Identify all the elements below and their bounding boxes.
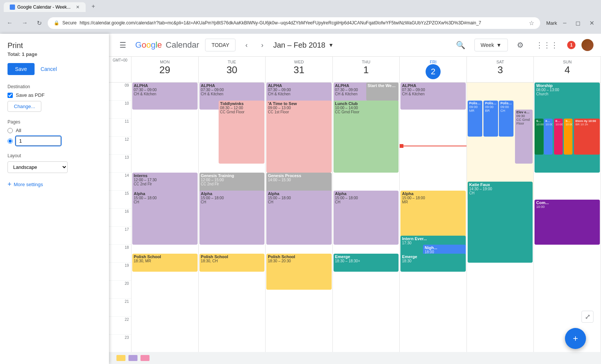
current-time-line [400,146,467,146]
save-as-pdf-row: Save as PDF [8,92,101,98]
save-as-pdf-checkbox[interactable] [8,93,13,98]
event-polish-sat-2[interactable]: Polis Scho... 09:00 BR [483,101,498,137]
event-tiddly-tue[interactable]: Tiddlywinks 08:30 – 12:00 CC Grnd Floor [219,101,264,164]
layout-select[interactable]: Landscape Portrait [8,161,68,173]
address-bar[interactable]: 🔒 Secure https://calendar.google.com/cal… [48,17,540,29]
event-polish-mon[interactable]: Polish School 18:30, MR [132,254,198,272]
notification-badge[interactable]: 1 [567,41,575,49]
event-etern-sun[interactable]: Etern ity 10:00 BR 10 2h [574,119,600,155]
time-slot-21: 21 [109,299,131,317]
view-label: Week [481,42,494,48]
save-button[interactable]: Save [8,63,35,75]
events-area[interactable]: 09 10 11 12 13 14 15 16 17 18 19 20 21 2… [109,83,601,364]
event-alpha-eve-mon[interactable]: Alpha 15:00 – 18:00 CH [132,191,198,245]
more-settings-button[interactable]: + More settings [8,180,101,188]
secure-label: Secure [62,20,77,26]
day-header-sat: SAT 3 [467,57,534,82]
event-lunch-thu[interactable]: Lunch Club 10:00 – 14:00 CC Grnd Floor [334,101,399,173]
day-num-thu: 1 [334,64,398,76]
day-header-sun: SUN 4 [534,57,601,82]
day-name-mon: MON [133,60,197,64]
day-num-fri: 2 [426,64,441,79]
print-panel: Print Total: 1 page Save Cancel Destinat… [0,34,109,364]
event-alpha-eve-thu[interactable]: Alpha 15:00 – 18:00 CH [334,191,399,245]
day-num-wed: 31 [267,64,331,76]
print-title: Print [8,41,101,50]
day-col-mon[interactable]: ALPHA 07:30 – 09:00 CH & Kitchen Interns… [131,83,199,364]
search-button[interactable]: 🔍 [453,38,468,53]
event-polish-wed[interactable]: Polish School 18:30 – 20:30 [266,254,332,290]
event-polish-sat-1[interactable]: Polis Scho... 09:00 MR [468,101,482,137]
event-iio-sun[interactable]: IIO Ch... 10:00 [544,119,553,155]
all-radio-row: All [8,128,101,133]
day-col-sat[interactable]: Polis Scho... 09:00 MR Polis Scho... 09:… [467,83,534,364]
zoom-fullscreen[interactable]: ⤢ [581,311,593,323]
event-elev-sat[interactable]: Elev ense s 09:30 CC Grnd Floor [515,110,533,164]
time-slot-14: 14 [109,173,131,191]
reload-button[interactable]: ↻ [34,18,45,28]
new-tab[interactable]: + [86,1,101,12]
back-button[interactable]: ← [4,18,16,28]
menu-button[interactable]: ☰ [116,38,129,53]
calendar-header: ☰ Google Calendar TODAY ‹ › Jan – Feb 20… [109,34,601,57]
print-total: Total: 1 page [8,51,101,57]
user-avatar[interactable] [581,39,593,51]
close-button[interactable]: ✕ [586,18,597,28]
day-name-tue: TUE [200,60,264,64]
page-number-input[interactable] [16,136,61,146]
logo-g2: g [151,40,156,50]
minimize-button[interactable]: – [560,18,569,28]
custom-radio[interactable] [8,138,13,144]
time-slot-15: 15 [109,191,131,209]
event-alpha-eve-wed[interactable]: Alpha 15:00 – 18:00 CH [266,191,332,245]
add-event-fab[interactable]: + [565,328,586,349]
day-col-thu[interactable]: ALPHA 07:30 – 09:00 CH & Kitchen Start t… [333,83,400,364]
next-week-button[interactable]: › [257,39,267,51]
prev-week-button[interactable]: ‹ [242,39,251,51]
browser-nav-bar: ← → ↻ 🔒 Secure https://calendar.google.c… [0,12,601,34]
event-polish-tue[interactable]: Polish School 18:30, CH [199,254,265,272]
browser-tab[interactable]: Google Calendar - Week... ✕ [4,2,86,12]
print-actions: Save Cancel [8,63,101,75]
tab-close-icon[interactable]: ✕ [76,5,80,10]
logo-g: G [135,40,142,50]
forward-button[interactable]: → [19,18,31,28]
event-emerge-fri[interactable]: Emerge 18:30 [400,254,466,272]
url-text: https://calendar.google.com/calendar/r?t… [80,20,526,26]
cancel-button[interactable]: Cancel [39,63,59,75]
change-button[interactable]: Change... [8,101,41,112]
today-button[interactable]: TODAY [205,39,236,51]
day-col-tue[interactable]: ALPHA 07:30 – 09:00 CH & Kitchen Tiddlyw… [199,83,266,364]
destination-section: Destination Save as PDF Change... [8,84,101,112]
day-num-tue: 30 [200,64,264,76]
event-alpha-mon[interactable]: ALPHA 07:30 – 09:00 CH & Kitchen [132,83,198,110]
event-polish-sat-3[interactable]: Polish Sch... 09:00 CH [499,101,513,137]
date-range[interactable]: Jan – Feb 2018 ▼ [273,41,334,50]
calendar-logo-text: Calendar [166,40,199,50]
event-emerge-thu[interactable]: Emerge 18:30 – 18:30+ [334,254,399,272]
bookmark-icon[interactable]: ☆ [529,20,534,27]
maximize-button[interactable]: ◻ [572,18,583,28]
view-selector[interactable]: Week ▼ [474,39,508,51]
event-start-week-thu[interactable]: Start the Week, 09:30 [366,83,399,101]
time-slot-11: 11 [109,119,131,137]
day-name-sun: SUN [535,60,599,64]
event-com-sun[interactable]: Com... 10:00 [535,200,600,245]
time-column: 09 10 11 12 13 14 15 16 17 18 19 20 21 2… [109,83,131,364]
event-alpha-eve-tue[interactable]: Alpha 15:00 – 18:00 CH [199,191,265,245]
event-eti-sun[interactable]: Eti Shn... 10:00 [554,119,563,155]
event-alpha-fri[interactable]: ALPHA 07:30 – 09:00 CH & Kitchen [400,83,466,110]
custom-radio-row [8,136,101,146]
more-settings-label: More settings [14,182,43,187]
event-st-sun[interactable]: St ep ch ir... 10:00 [535,119,543,155]
event-katie-sat[interactable]: Katie Faux 14:30 – 19:00 CH [468,182,533,263]
all-radio[interactable] [8,128,13,133]
settings-button[interactable]: ⚙ [514,38,527,53]
pages-radio-group: All [8,128,101,146]
apps-button[interactable]: ⋮⋮⋮ [533,38,561,53]
event-sew-wed[interactable]: 'A Time to Sew 09:00 – 13:00 CC 1st Floo… [266,101,332,173]
event-su-sun[interactable]: Su 10 Sh Od... 10:00 [564,119,572,155]
day-col-fri[interactable]: ALPHA 07:30 – 09:00 CH & Kitchen Alpha 1… [400,83,467,364]
destination-label: Destination [8,84,101,89]
day-col-wed[interactable]: ALPHA 07:30 – 09:00 CH & Kitchen 'A Time… [266,83,333,364]
